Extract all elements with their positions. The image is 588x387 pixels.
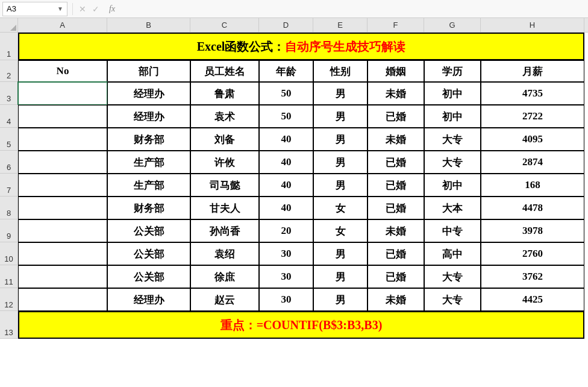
cell-sex[interactable]: 女 xyxy=(313,197,367,219)
cell-dept[interactable]: 公关部 xyxy=(107,242,190,265)
cell-salary[interactable]: 4425 xyxy=(481,288,584,311)
cell-marriage[interactable]: 未婚 xyxy=(367,128,424,151)
cell-no[interactable] xyxy=(18,105,107,128)
cell-name[interactable]: 刘备 xyxy=(190,128,259,151)
cell-age[interactable]: 50 xyxy=(259,105,313,128)
row-header-8[interactable]: 8 xyxy=(0,197,18,219)
cell-edu[interactable]: 大本 xyxy=(424,197,481,219)
header-marriage[interactable]: 婚姻 xyxy=(367,60,424,82)
cell-name[interactable]: 司马懿 xyxy=(190,174,259,197)
col-header-D[interactable]: D xyxy=(259,18,313,32)
cell-salary[interactable]: 2760 xyxy=(481,242,584,265)
cell-name[interactable]: 许攸 xyxy=(190,151,259,174)
cell-salary[interactable]: 3978 xyxy=(481,219,584,242)
cell-age[interactable]: 30 xyxy=(259,242,313,265)
cell-age[interactable]: 30 xyxy=(259,288,313,311)
row-header-1[interactable]: 1 xyxy=(0,33,18,60)
row-header-5[interactable]: 5 xyxy=(0,128,18,151)
cell-name[interactable]: 徐庶 xyxy=(190,265,259,288)
header-sex[interactable]: 性别 xyxy=(313,60,367,82)
col-header-E[interactable]: E xyxy=(313,18,367,32)
cell-age[interactable]: 30 xyxy=(259,265,313,288)
cell-salary[interactable]: 4095 xyxy=(481,128,584,151)
cell-sex[interactable]: 女 xyxy=(313,219,367,242)
cell-edu[interactable]: 中专 xyxy=(424,219,481,242)
row-header-2[interactable]: 2 xyxy=(0,60,18,82)
cell-edu[interactable]: 大专 xyxy=(424,265,481,288)
cell-dept[interactable]: 经理办 xyxy=(107,105,190,128)
cell-marriage[interactable]: 已婚 xyxy=(367,242,424,265)
cell-no[interactable] xyxy=(18,219,107,242)
col-header-B[interactable]: B xyxy=(107,18,190,32)
cell-dept[interactable]: 财务部 xyxy=(107,128,190,151)
cell-age[interactable]: 20 xyxy=(259,219,313,242)
cell-name[interactable]: 孙尚香 xyxy=(190,219,259,242)
cell-name[interactable]: 袁绍 xyxy=(190,242,259,265)
row-header-11[interactable]: 11 xyxy=(0,265,18,288)
cell-no[interactable] xyxy=(18,265,107,288)
cell-dept[interactable]: 生产部 xyxy=(107,151,190,174)
cell-dept[interactable]: 公关部 xyxy=(107,219,190,242)
row-header-3[interactable]: 3 xyxy=(0,82,18,105)
cell-marriage[interactable]: 已婚 xyxy=(367,197,424,219)
row-header-12[interactable]: 12 xyxy=(0,288,18,311)
row-header-7[interactable]: 7 xyxy=(0,174,18,197)
cell-edu[interactable]: 大专 xyxy=(424,128,481,151)
cell-no[interactable] xyxy=(18,151,107,174)
cell-dept[interactable]: 经理办 xyxy=(107,82,190,105)
cell-edu[interactable]: 大专 xyxy=(424,151,481,174)
cell-salary[interactable]: 4478 xyxy=(481,197,584,219)
col-header-F[interactable]: F xyxy=(367,18,424,32)
cell-age[interactable]: 40 xyxy=(259,197,313,219)
cell-no[interactable] xyxy=(18,128,107,151)
cell-no[interactable] xyxy=(18,82,107,105)
cell-age[interactable]: 40 xyxy=(259,128,313,151)
cell-sex[interactable]: 男 xyxy=(313,151,367,174)
cell-name[interactable]: 鲁肃 xyxy=(190,82,259,105)
cell-sex[interactable]: 男 xyxy=(313,105,367,128)
cell-edu[interactable]: 高中 xyxy=(424,242,481,265)
header-dept[interactable]: 部门 xyxy=(107,60,190,82)
cancel-icon[interactable]: ✕ xyxy=(79,4,86,14)
bottom-note-cell[interactable]: 重点： =COUNTIF(B$3:B3,B3) xyxy=(18,311,584,339)
col-header-A[interactable]: A xyxy=(18,18,107,32)
col-header-C[interactable]: C xyxy=(190,18,259,32)
chevron-down-icon[interactable]: ▼ xyxy=(57,5,63,12)
col-header-H[interactable]: H xyxy=(481,18,584,32)
cell-salary[interactable]: 4735 xyxy=(481,82,584,105)
cell-dept[interactable]: 财务部 xyxy=(107,197,190,219)
cell-marriage[interactable]: 未婚 xyxy=(367,288,424,311)
header-no[interactable]: No xyxy=(18,60,107,82)
enter-icon[interactable]: ✓ xyxy=(92,4,99,14)
cell-salary[interactable]: 2874 xyxy=(481,151,584,174)
cell-sex[interactable]: 男 xyxy=(313,265,367,288)
cell-age[interactable]: 40 xyxy=(259,174,313,197)
cell-no[interactable] xyxy=(18,197,107,219)
cell-sex[interactable]: 男 xyxy=(313,242,367,265)
cell-dept[interactable]: 生产部 xyxy=(107,174,190,197)
header-age[interactable]: 年龄 xyxy=(259,60,313,82)
cell-edu[interactable]: 初中 xyxy=(424,82,481,105)
row-header-9[interactable]: 9 xyxy=(0,219,18,242)
cell-marriage[interactable]: 已婚 xyxy=(367,151,424,174)
col-header-G[interactable]: G xyxy=(424,18,481,32)
cell-no[interactable] xyxy=(18,174,107,197)
title-cell[interactable]: Excel函数公式： 自动序号生成技巧解读 xyxy=(18,33,584,60)
cell-dept[interactable]: 公关部 xyxy=(107,265,190,288)
cell-dept[interactable]: 经理办 xyxy=(107,288,190,311)
cell-name[interactable]: 袁术 xyxy=(190,105,259,128)
cell-age[interactable]: 40 xyxy=(259,151,313,174)
header-salary[interactable]: 月薪 xyxy=(481,60,584,82)
row-header-13[interactable]: 13 xyxy=(0,311,18,339)
cell-edu[interactable]: 初中 xyxy=(424,105,481,128)
cell-salary[interactable]: 168 xyxy=(481,174,584,197)
cell-edu[interactable]: 大专 xyxy=(424,288,481,311)
cell-edu[interactable]: 初中 xyxy=(424,174,481,197)
cell-sex[interactable]: 男 xyxy=(313,288,367,311)
cell-marriage[interactable]: 已婚 xyxy=(367,105,424,128)
cell-marriage[interactable]: 已婚 xyxy=(367,265,424,288)
name-box[interactable]: A3 ▼ xyxy=(2,2,67,16)
cell-age[interactable]: 50 xyxy=(259,82,313,105)
cell-sex[interactable]: 男 xyxy=(313,128,367,151)
cell-name[interactable]: 甘夫人 xyxy=(190,197,259,219)
